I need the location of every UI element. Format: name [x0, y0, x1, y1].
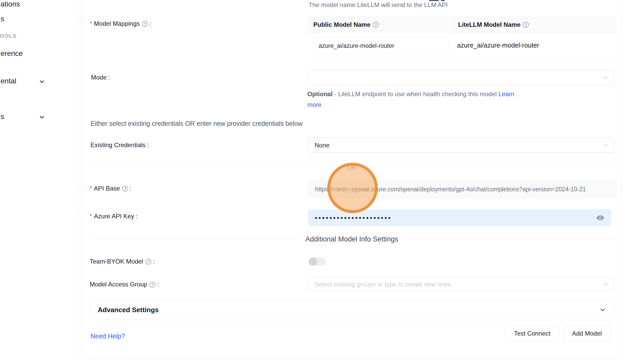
- existing-credentials-label-row: Existing Credentials :: [90, 141, 149, 149]
- chevron-down-icon[interactable]: [38, 114, 45, 121]
- model-mappings-label-row: * Model Mappings ? :: [90, 19, 151, 28]
- label-colon: :: [153, 258, 155, 265]
- api-base-value: https://<test>.openai.azure.com/openai/d…: [315, 186, 586, 193]
- required-marker: *: [90, 213, 92, 220]
- litellm-model-name-header: LiteLLM Model Name ?: [453, 16, 616, 33]
- chevron-down-icon: [602, 142, 609, 149]
- api-base-label: API Base: [94, 185, 120, 192]
- model-access-group-label: Model Access Group: [90, 281, 147, 288]
- public-model-name-header: Public Model Name ?: [308, 16, 453, 33]
- litellm-model-name-header-label: LiteLLM Model Name: [458, 21, 521, 28]
- team-byok-label: Team-BYOK Model: [90, 258, 143, 265]
- label-colon: :: [157, 281, 159, 288]
- label-colon: :: [136, 213, 138, 220]
- or-divider-label: OR: [340, 164, 363, 171]
- model-mappings-table-header: Public Model Name ? LiteLLM Model Name ?: [308, 16, 616, 33]
- model-mappings-table: Public Model Name ? LiteLLM Model Name ?…: [308, 16, 616, 59]
- help-circle-icon[interactable]: ?: [142, 21, 148, 27]
- chevron-down-icon: [602, 74, 609, 81]
- help-circle-icon[interactable]: ?: [145, 259, 151, 265]
- required-marker: *: [90, 185, 92, 192]
- public-model-name-value: azure_ai/azure-model-router: [319, 42, 394, 49]
- azure-api-key-masked-value: •••••••••••••••••••••: [315, 214, 392, 221]
- cut-off-text-fragment: [429, 0, 439, 1]
- azure-api-key-label-row: * Azure API Key :: [90, 212, 138, 221]
- team-byok-label-row: Team-BYOK Model ? :: [90, 257, 155, 266]
- sidebar-item-truncated-2[interactable]: s: [1, 15, 4, 23]
- litellm-model-name-value: azure_ai/azure-model-router: [457, 42, 539, 49]
- help-circle-icon[interactable]: ?: [122, 186, 128, 192]
- azure-api-key-label: Azure API Key: [94, 213, 134, 220]
- cut-off-text-fragment: [441, 0, 445, 1]
- additional-info-divider: Additional Model Info Settings: [90, 235, 614, 244]
- azure-api-key-input[interactable]: •••••••••••••••••••••: [308, 210, 611, 226]
- or-divider: OR: [90, 163, 614, 172]
- team-byok-toggle[interactable]: [309, 257, 326, 266]
- label-colon: :: [149, 20, 151, 27]
- label-colon: :: [147, 141, 149, 149]
- sidebar-item-truncated-5[interactable]: s: [1, 113, 4, 121]
- advanced-settings-panel[interactable]: Advanced Settings: [90, 300, 614, 320]
- mode-helper-bold: Optional: [307, 90, 333, 97]
- model-mappings-label: Model Mappings: [94, 20, 140, 27]
- api-base-label-row: * API Base ? :: [90, 184, 132, 193]
- sidebar-item-truncated-1[interactable]: ations: [1, 0, 20, 8]
- label-colon: :: [130, 185, 132, 192]
- existing-credentials-label: Existing Credentials: [90, 141, 146, 149]
- help-circle-icon[interactable]: ?: [373, 22, 379, 28]
- public-model-name-header-label: Public Model Name: [313, 21, 370, 28]
- help-circle-icon[interactable]: ?: [149, 282, 155, 287]
- sidebar: ations s TOOLS erence ental s: [0, 0, 78, 360]
- chevron-down-icon: [599, 306, 606, 313]
- add-model-button[interactable]: Add Model: [563, 326, 610, 341]
- chevron-down-icon[interactable]: [38, 78, 45, 85]
- toggle-knob: [309, 257, 317, 266]
- existing-credentials-value: None: [315, 142, 329, 149]
- advanced-settings-label: Advanced Settings: [98, 306, 159, 314]
- need-help-link[interactable]: Need Help?: [90, 332, 125, 340]
- sidebar-section-tools: TOOLS: [0, 33, 17, 39]
- chevron-down-icon: [602, 281, 609, 288]
- model-access-group-label-row: Model Access Group ? :: [90, 280, 159, 289]
- existing-credentials-select[interactable]: None: [308, 138, 614, 153]
- required-marker: *: [90, 20, 92, 27]
- eye-icon[interactable]: [596, 214, 604, 222]
- model-access-group-select[interactable]: Select existing groups or type to create…: [308, 277, 614, 292]
- label-colon: :: [108, 74, 110, 81]
- model-name-helper-text: The model name LiteLLM will send to the …: [309, 1, 448, 9]
- mode-helper-text: Optional - LiteLLM endpoint to use when …: [307, 89, 515, 110]
- mode-label-row: Mode :: [91, 73, 110, 82]
- api-base-input[interactable]: https://<test>.openai.azure.com/openai/d…: [308, 181, 616, 198]
- test-connect-button[interactable]: Test Connect: [505, 326, 559, 341]
- sidebar-item-truncated-4[interactable]: ental: [1, 77, 16, 85]
- mode-helper-body: - LiteLLM endpoint to use when health ch…: [333, 90, 498, 97]
- additional-info-divider-label: Additional Model Info Settings: [298, 235, 405, 243]
- sidebar-item-truncated-3[interactable]: erence: [1, 49, 23, 58]
- model-access-group-placeholder: Select existing groups or type to create…: [315, 281, 451, 288]
- credentials-note: Either select existing credentials OR en…: [90, 120, 303, 127]
- public-model-name-input[interactable]: azure_ai/azure-model-router: [314, 38, 448, 54]
- help-circle-icon[interactable]: ?: [523, 22, 529, 28]
- mode-select[interactable]: [308, 70, 614, 85]
- mode-label: Mode: [91, 74, 107, 81]
